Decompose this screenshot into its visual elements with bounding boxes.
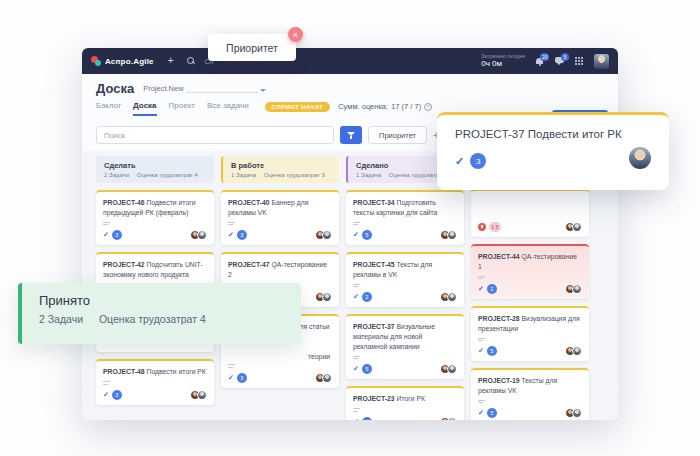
page-title: Доска bbox=[96, 81, 134, 96]
column-estimate: Оценка трудозатрат 3 bbox=[264, 172, 325, 178]
card-code: PROJECT-44 bbox=[478, 253, 520, 260]
kanban-card[interactable]: PROJECT-44QA-тестирование 1 ✓ 2 bbox=[471, 244, 589, 299]
check-icon: ✓ bbox=[478, 285, 484, 293]
check-icon: ✓ bbox=[353, 231, 359, 239]
messages-badge: 5 bbox=[561, 53, 569, 61]
card-estimate: ✓ 5 bbox=[353, 364, 372, 374]
assignee-avatars bbox=[565, 222, 582, 232]
board-tabs: Бэклог Доска Проект Все задачи bbox=[96, 101, 249, 116]
description-icon bbox=[353, 222, 360, 226]
column-header[interactable]: В работе 1 Задача Оценка трудозатрат 3 bbox=[221, 156, 339, 183]
notifications-bell-icon[interactable]: 20 bbox=[536, 57, 544, 66]
kanban-card[interactable]: PROJECT-45Тексты для рекламы в VK ✓ 2 bbox=[346, 252, 464, 307]
column-header[interactable]: Сделать 2 Задачи Оценка трудозатрат 4 bbox=[96, 156, 214, 183]
assignee-avatar bbox=[629, 147, 651, 169]
messages-icon[interactable]: 5 bbox=[555, 57, 564, 65]
card-footer: ✓ 3 bbox=[103, 230, 207, 240]
card-code: PROJECT-48 bbox=[103, 368, 145, 375]
column-task-count: 1 Задача bbox=[356, 172, 381, 178]
description-icon bbox=[228, 222, 235, 226]
priority-tooltip: Приоритет × bbox=[208, 34, 296, 61]
card-footer: ✓ 3 bbox=[103, 390, 207, 400]
search-icon[interactable] bbox=[187, 57, 195, 65]
tab-project[interactable]: Проект bbox=[169, 101, 195, 116]
card-estimate: ✓ 2 bbox=[353, 292, 372, 302]
top-navbar: Аспро.Agile + Сп Затрачено сегодня 0ч 0м… bbox=[82, 48, 618, 74]
user-avatar[interactable] bbox=[594, 54, 609, 69]
add-icon[interactable]: + bbox=[168, 56, 174, 66]
check-icon: ✓ bbox=[353, 418, 359, 420]
kanban-card[interactable]: PROJECT-23Итоги РК ✓ 5 bbox=[346, 386, 464, 420]
accepted-column-popup: Принято 2 Задачи Оценка трудозатрат 4 bbox=[18, 283, 301, 344]
search-input[interactable] bbox=[96, 126, 334, 144]
check-icon: ✓ bbox=[103, 231, 109, 239]
project-select-underline bbox=[187, 86, 257, 93]
notifications-badge: 20 bbox=[540, 53, 549, 61]
estimate-badge: 5 bbox=[362, 230, 372, 240]
card-estimate: ✓ 5 bbox=[478, 408, 497, 418]
column-meta: 1 Задача Оценка трудозатрат 3 bbox=[231, 172, 331, 178]
card-estimate: ✓ 3 bbox=[103, 230, 122, 240]
kanban-card[interactable]: PROJECT-28Визуализация для презентации ✓… bbox=[471, 306, 589, 361]
assignee-avatars bbox=[440, 364, 457, 374]
assignee-avatars bbox=[565, 346, 582, 356]
kanban-card[interactable]: PROJECT-34Подготовить тексты картинки дл… bbox=[346, 190, 464, 245]
card-code: PROJECT-46 bbox=[103, 199, 145, 206]
avatar bbox=[322, 373, 332, 383]
assignee-avatars bbox=[315, 230, 332, 240]
avatar bbox=[197, 390, 207, 400]
summary-estimate: Сумм. оценка: 17 (7 / 7) ? bbox=[338, 102, 432, 111]
kanban-card[interactable]: PROJECT-46Подвести итоги предыдущей РК (… bbox=[96, 190, 214, 245]
assignee-avatars bbox=[440, 230, 457, 240]
kanban-column: 1.5 PROJECT-44QA-тестирование 1 ✓ 2 PROJ… bbox=[471, 156, 589, 420]
chevron-down-icon bbox=[260, 89, 266, 92]
assignee-avatars bbox=[315, 373, 332, 383]
card-title: PROJECT-42Подсчитать UNIT-экономику ново… bbox=[103, 260, 207, 280]
estimate-badge: 3 bbox=[237, 373, 247, 383]
card-estimate: ✓ 5 bbox=[353, 230, 372, 240]
card-code: PROJECT-47 bbox=[228, 261, 270, 268]
card-preview-popup[interactable]: PROJECT-37 Подвести итог РК ✓ 3 bbox=[437, 112, 669, 190]
card-footer: ✓ 3 bbox=[228, 230, 332, 240]
project-select[interactable]: Project.New bbox=[143, 84, 265, 93]
check-icon: ✓ bbox=[228, 231, 234, 239]
kanban-card[interactable]: PROJECT-40Баннер для рекламы VK ✓ 3 bbox=[221, 190, 339, 245]
priority-filter-chip[interactable]: Приоритет bbox=[368, 126, 427, 144]
column-name: Сделать bbox=[104, 161, 206, 170]
description-icon bbox=[478, 276, 485, 280]
check-icon: ✓ bbox=[103, 391, 109, 399]
check-icon: ✓ bbox=[478, 409, 484, 417]
assignee-avatars bbox=[190, 390, 207, 400]
card-code: PROJECT-23 bbox=[353, 395, 395, 402]
check-icon: ✓ bbox=[455, 155, 464, 168]
tab-board[interactable]: Доска bbox=[133, 101, 156, 116]
summary-value: 17 (7 / 7) bbox=[391, 102, 421, 111]
app-name: Аспро.Agile bbox=[105, 57, 154, 66]
card-title-tail: теории bbox=[228, 353, 332, 360]
tab-backlog[interactable]: Бэклог bbox=[96, 101, 121, 116]
assignee-avatars bbox=[565, 408, 582, 418]
card-estimate: ✓ 2 bbox=[478, 284, 497, 294]
card-estimate: ✓ 3 bbox=[228, 373, 247, 383]
kanban-card[interactable]: PROJECT-48Подвести итоги РК ✓ 3 bbox=[96, 359, 214, 404]
description-icon bbox=[353, 408, 360, 412]
description-icon bbox=[103, 222, 110, 226]
card-title: PROJECT-28Визуализация для презентации bbox=[478, 314, 582, 334]
filter-button[interactable] bbox=[340, 126, 362, 144]
kanban-card[interactable]: PROJECT-19Тексты для рекламы VK ✓ 5 bbox=[471, 368, 589, 420]
help-icon[interactable]: ? bbox=[424, 103, 432, 111]
card-title bbox=[478, 209, 582, 219]
kanban-card[interactable]: 1.5 bbox=[471, 189, 589, 237]
summary-label: Сумм. оценка: bbox=[338, 102, 388, 111]
description-icon bbox=[228, 364, 235, 368]
kanban-card[interactable]: PROJECT-37Визуальные материалы для новой… bbox=[346, 314, 464, 379]
apps-grid-icon[interactable] bbox=[575, 57, 583, 65]
card-code: PROJECT-40 bbox=[228, 199, 270, 206]
avatar bbox=[447, 292, 457, 302]
close-icon[interactable]: × bbox=[288, 27, 303, 42]
card-title: PROJECT-19Тексты для рекламы VK bbox=[478, 376, 582, 396]
tab-all-tasks[interactable]: Все задачи bbox=[207, 101, 249, 116]
card-footer: ✓ 3 bbox=[228, 373, 332, 383]
app-logo[interactable]: Аспро.Agile bbox=[91, 56, 154, 66]
card-estimate: ✓ 3 bbox=[103, 390, 122, 400]
